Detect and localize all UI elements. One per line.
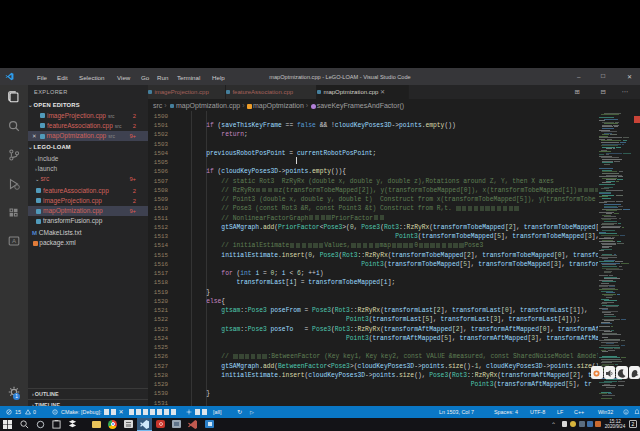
svg-text:A: A [12, 237, 17, 244]
